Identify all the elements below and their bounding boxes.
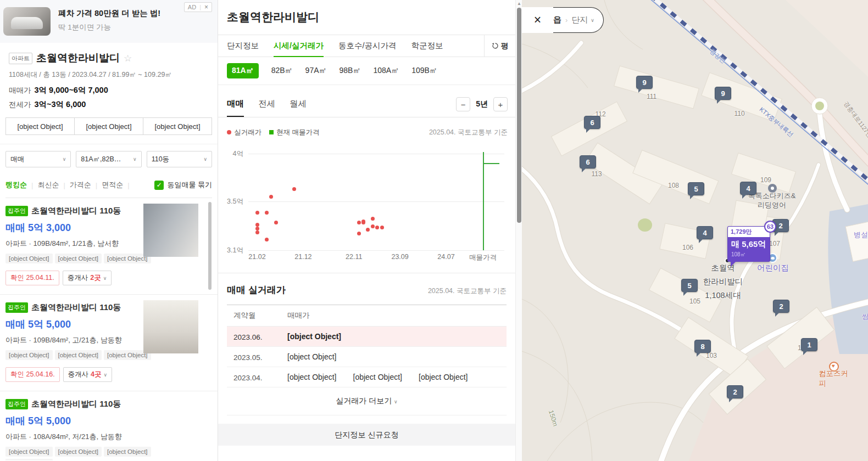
transaction-data-point[interactable] — [269, 195, 273, 199]
nav-button[interactable]: [object Object] — [143, 117, 212, 135]
size-chip[interactable]: 98B㎡ — [340, 66, 361, 76]
transaction-data-point[interactable] — [255, 211, 259, 215]
transaction-data-point[interactable] — [255, 231, 259, 234]
price-callout[interactable]: 1,729만 매 5,65억 108㎡ 63 — [727, 226, 770, 262]
transaction-data-point[interactable] — [274, 221, 278, 224]
size-chip[interactable]: 109B㎡ — [411, 66, 437, 76]
table-row[interactable]: 2023.04. [object Object] [object Object]… — [227, 367, 507, 387]
map-panel[interactable]: 경강선 KTX중부내륙선 경충대로1127번길 150m 111 110 112… — [522, 0, 868, 461]
transaction-data-point[interactable] — [380, 226, 384, 229]
ad-divider: | — [199, 4, 201, 10]
price-type-tab[interactable]: 월세 — [290, 98, 307, 117]
table-row[interactable]: 2023.05. [object Object] — [227, 347, 507, 367]
price-entry: [object Object] — [287, 373, 337, 381]
agents-count: 4곳 — [91, 370, 101, 379]
sort-option[interactable]: 가격순 — [70, 180, 91, 190]
listing-title: 초월역한라비발디 110동 — [31, 206, 121, 216]
nav-button[interactable]: [object Object] — [5, 117, 75, 135]
checkbox-checked-icon[interactable]: ✓ — [154, 181, 164, 190]
main-tab[interactable]: 동호수/공시가격 — [338, 35, 397, 57]
listing-count-marker[interactable]: 4 — [697, 226, 713, 239]
edge-poi-label: 쌍 — [862, 312, 868, 322]
transaction-data-point[interactable] — [361, 220, 365, 223]
center-scrollbar[interactable]: ▲ — [515, 0, 522, 461]
transaction-data-point[interactable] — [265, 238, 269, 241]
listing-photo[interactable] — [143, 204, 198, 257]
load-more-link[interactable]: 실거래가 더보기 ∨ — [336, 396, 397, 405]
listing-tag: [object Object] — [55, 254, 102, 263]
transaction-data-point[interactable] — [375, 226, 379, 229]
listing-count-marker[interactable]: 4 — [740, 182, 756, 195]
nav-button[interactable]: [object Object] — [74, 117, 143, 135]
favorite-star-icon[interactable]: ☆ — [124, 53, 132, 64]
listing-count-marker[interactable]: 8 — [694, 340, 711, 353]
price-type-tab[interactable]: 매매 — [227, 98, 244, 117]
zoom-in-button[interactable]: + — [493, 97, 508, 111]
transaction-data-point[interactable] — [265, 211, 269, 215]
main-tab[interactable]: 단지정보 — [227, 35, 259, 57]
building-number-label: 111 — [647, 93, 656, 100]
request-new-info-link[interactable]: 단지정보 신규요청 — [218, 424, 515, 446]
transaction-data-point[interactable] — [366, 228, 370, 232]
ad-close-icon[interactable]: × — [204, 3, 208, 11]
zoom-out-button[interactable]: − — [456, 97, 470, 111]
listing-count-marker[interactable]: 2 — [773, 300, 789, 313]
listing-count-marker[interactable]: 9 — [636, 76, 653, 89]
sort-option[interactable]: 최신순 — [37, 180, 59, 190]
ad-subtitle: 딱 1분이면 가능 — [58, 23, 212, 32]
size-chip[interactable]: 81A㎡ — [227, 63, 259, 78]
listing-title: 초월역한라비발디 110동 — [31, 302, 121, 313]
filter-dropdown[interactable]: 81A㎡,82B… ∨ — [76, 151, 141, 167]
agents-dropdown[interactable]: 중개사 2곳 ∨ — [63, 271, 112, 285]
listing-count-marker[interactable]: 5 — [681, 279, 698, 292]
cell-prices: [object Object] — [287, 347, 337, 367]
sort-option[interactable]: 랭킹순 — [5, 180, 27, 190]
size-chip[interactable]: 97A㎡ — [305, 66, 327, 76]
listing-count-marker[interactable]: 6 — [584, 116, 600, 129]
listing-photo[interactable] — [143, 300, 198, 353]
filter-dropdown[interactable]: 매매 ∨ — [5, 151, 71, 167]
agents-label: 중개사 — [68, 273, 88, 283]
price-type-tab[interactable]: 전세 — [258, 98, 275, 117]
listing-tags: [object Object] [object Object] [object … — [5, 350, 157, 360]
callout-count-badge: 63 — [764, 221, 776, 233]
callout-tail — [731, 261, 736, 267]
transaction-data-point[interactable] — [357, 221, 361, 224]
transaction-data-point[interactable] — [371, 224, 375, 228]
section-divider — [0, 144, 218, 144]
transaction-data-point[interactable] — [292, 187, 296, 191]
scrollbar-thumb[interactable] — [517, 8, 521, 223]
owner-badge: 집주인 — [5, 302, 28, 313]
ad-banner[interactable]: 폐차 가격 80만원 더 받는 법! 딱 1분이면 가능 AD | × — [0, 0, 218, 43]
listing-count-marker[interactable]: 1 — [801, 338, 817, 351]
transaction-data-point[interactable] — [255, 227, 259, 231]
page-title: 초월역한라비발디 — [218, 0, 515, 35]
unit-toggle-button[interactable]: 평 — [484, 35, 515, 57]
table-row[interactable]: 2023.06. [object Object] — [227, 327, 507, 347]
agents-dropdown[interactable]: 중개사 4곳 ∨ — [63, 367, 113, 382]
sort-option[interactable]: 면적순 — [102, 180, 123, 190]
listing-item[interactable]: 집주인 초월역한라비발디 110동 매매 5억 5,000 아파트 · 109B… — [0, 295, 218, 391]
size-chip[interactable]: 108A㎡ — [373, 66, 399, 76]
listing-count-marker[interactable]: 5 — [688, 182, 704, 195]
table-title: 매매 실거래가 — [227, 284, 286, 296]
listing-count-marker[interactable]: 2 — [727, 385, 743, 398]
main-tab[interactable]: 학군정보 — [411, 35, 443, 57]
main-tab[interactable]: 시세/실거래가 — [274, 35, 324, 57]
listing-item[interactable]: 집주인 초월역한라비발디 110동 매매 5억 5,000 아파트 · 108A… — [0, 391, 218, 460]
close-icon[interactable]: × — [522, 7, 553, 33]
map-layer-dropdown[interactable]: 단지 ∨ — [571, 15, 594, 25]
size-chip[interactable]: 82B㎡ — [271, 66, 293, 76]
transaction-data-point[interactable] — [357, 232, 361, 235]
listing-tag: [object Object] — [5, 254, 53, 263]
listing-item[interactable]: 집주인 초월역한라비발디 110동 매매 5억 3,000 아파트 · 109B… — [0, 198, 218, 295]
listing-count-marker[interactable]: 9 — [715, 87, 731, 100]
listings-scrollbar-thumb[interactable] — [208, 202, 212, 290]
transaction-data-point[interactable] — [371, 217, 375, 221]
scroll-up-arrow-icon[interactable]: ▲ — [516, 1, 522, 6]
listing-count-marker[interactable]: 6 — [580, 155, 596, 168]
group-duplicates-toggle[interactable]: ✓ 동일매물 묶기 — [154, 180, 212, 190]
chart-range-control: − 5년 + — [456, 97, 508, 111]
filter-dropdown[interactable]: 110동 ∨ — [147, 151, 212, 167]
legend-label-transactions: 실거래가 — [234, 128, 261, 136]
